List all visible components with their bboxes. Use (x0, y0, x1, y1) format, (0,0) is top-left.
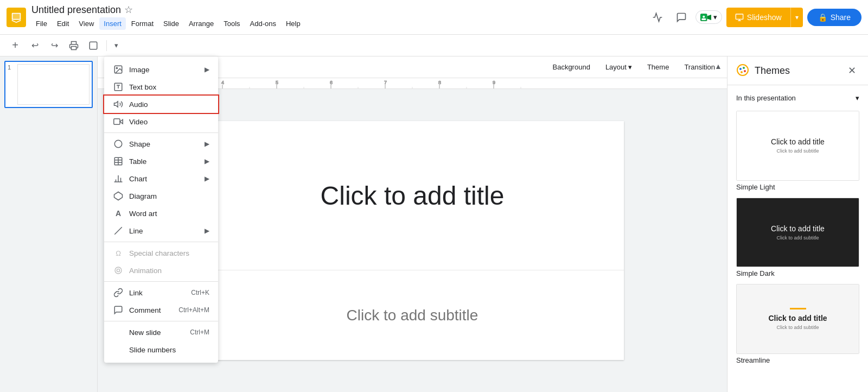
svg-point-41 (743, 67, 745, 69)
meet-button[interactable]: ▾ (695, 10, 722, 24)
svg-point-45 (116, 67, 117, 68)
menu-section-extras: Ω Special characters Animation (104, 242, 218, 282)
themes-close-button[interactable]: ✕ (844, 63, 859, 78)
svg-text:8: 8 (438, 80, 441, 85)
menu-item-image[interactable]: Image ▶ (104, 61, 218, 78)
collapse-button[interactable]: ▲ (710, 56, 727, 76)
menu-bar: File Edit View Insert Format Slide Arran… (31, 17, 648, 30)
layout-button[interactable]: Layout ▾ (600, 61, 637, 73)
menu-item-audio[interactable]: Audio (104, 96, 218, 113)
slide-title-text[interactable]: Click to add title (321, 181, 505, 211)
slide: Click to add title Click to add subtitle (201, 121, 624, 360)
menu-item-wordart[interactable]: A Word art (104, 205, 218, 222)
menu-slide[interactable]: Slide (159, 17, 183, 30)
slide-subtitle-area[interactable]: Click to add subtitle (201, 270, 624, 360)
add-button[interactable]: + (7, 37, 24, 54)
redo-button[interactable]: ↪ (46, 37, 63, 54)
image-icon (113, 64, 124, 75)
menu-addons[interactable]: Add-ons (246, 17, 280, 30)
themes-palette-icon (736, 64, 749, 78)
themes-content: In this presentation ▾ Click to add titl… (727, 85, 868, 392)
textbox-icon (113, 81, 124, 92)
cursor-button[interactable] (85, 37, 102, 54)
svg-point-64 (115, 267, 122, 274)
insert-menu: Image ▶ Text box Audio (104, 56, 218, 363)
menu-item-special-chars: Ω Special characters (104, 244, 218, 262)
theme-button[interactable]: Theme (642, 61, 674, 73)
menu-format[interactable]: Format (127, 17, 158, 30)
secondary-toolbar: + ↩ ↪ ▾ (0, 35, 868, 56)
app-icon (7, 8, 26, 27)
svg-marker-50 (120, 119, 123, 124)
theme-name-simple-light: Simple Light (736, 183, 859, 191)
slideshow-arrow[interactable]: ▾ (791, 9, 803, 26)
activity-icon[interactable] (648, 8, 667, 27)
svg-marker-61 (114, 192, 123, 200)
menu-item-shape[interactable]: Shape ▶ (104, 135, 218, 153)
menu-item-new-slide[interactable]: New slide Ctrl+M (104, 324, 218, 341)
in-this-presentation[interactable]: In this presentation ▾ (736, 92, 859, 104)
theme-preview-simple-dark: Click to add title Click to add subtitle (736, 198, 859, 268)
svg-point-52 (114, 140, 122, 148)
menu-item-video[interactable]: Video (104, 113, 218, 130)
menu-help[interactable]: Help (282, 17, 305, 30)
svg-point-43 (741, 71, 743, 73)
slideshow-main[interactable]: Slideshow (726, 9, 790, 26)
background-button[interactable]: Background (547, 61, 595, 73)
menu-view[interactable]: View (74, 17, 98, 30)
chart-icon (113, 173, 124, 184)
menu-file[interactable]: File (31, 17, 52, 30)
theme-preview-simple-light: Click to add title Click to add subtitle (736, 111, 859, 181)
menu-tools[interactable]: Tools (219, 17, 244, 30)
menu-insert[interactable]: Insert (99, 17, 126, 30)
theme-card-simple-light[interactable]: Click to add title Click to add subtitle… (736, 111, 859, 191)
animation-icon (113, 265, 124, 276)
new-slide-icon (113, 327, 124, 338)
slide-preview-1 (17, 64, 90, 105)
print-button[interactable] (65, 37, 82, 54)
svg-text:5: 5 (276, 80, 278, 85)
comment-icon (113, 305, 124, 315)
menu-item-diagram[interactable]: Diagram (104, 187, 218, 205)
menu-section-shapes: Shape ▶ Table ▶ (104, 133, 218, 242)
menu-item-chart[interactable]: Chart ▶ (104, 170, 218, 187)
share-label: Share (831, 13, 851, 22)
title-text[interactable]: Untitled presentation (31, 4, 121, 16)
themes-panel: Themes ✕ In this presentation ▾ Click to… (727, 56, 868, 392)
svg-rect-3 (13, 14, 20, 18)
svg-text:9: 9 (493, 80, 495, 85)
title-area: Untitled presentation ☆ File Edit View I… (31, 4, 648, 30)
audio-icon (113, 99, 124, 110)
menu-item-textbox[interactable]: Text box (104, 78, 218, 96)
slide-numbers-icon (113, 344, 124, 355)
slideshow-button[interactable]: Slideshow ▾ (726, 8, 803, 27)
undo-button[interactable]: ↩ (26, 37, 43, 54)
menu-item-table[interactable]: Table ▶ (104, 153, 218, 170)
menu-arrange[interactable]: Arrange (184, 17, 218, 30)
slide-thumb-1[interactable]: 1 (4, 61, 93, 108)
svg-rect-9 (736, 14, 743, 19)
theme-card-streamline[interactable]: Click to add title Click to add subtitle… (736, 284, 859, 364)
slide-title-area[interactable]: Click to add title (201, 121, 624, 270)
menu-item-line[interactable]: Line ▶ (104, 222, 218, 239)
menu-item-link[interactable]: Link Ctrl+K (104, 284, 218, 301)
svg-rect-8 (701, 18, 706, 20)
video-icon (113, 116, 124, 127)
zoom-dropdown[interactable]: ▾ (111, 37, 122, 54)
menu-item-comment[interactable]: Comment Ctrl+Alt+M (104, 301, 218, 319)
star-icon[interactable]: ☆ (124, 4, 133, 16)
theme-card-simple-dark[interactable]: Click to add title Click to add subtitle… (736, 198, 859, 278)
svg-text:6: 6 (330, 80, 333, 85)
slide-subtitle-text[interactable]: Click to add subtitle (347, 307, 478, 324)
menu-item-slide-numbers[interactable]: Slide numbers (104, 341, 218, 358)
svg-point-7 (703, 15, 705, 17)
slide-number-1: 1 (8, 64, 14, 71)
comments-icon[interactable] (672, 8, 691, 27)
svg-point-39 (737, 65, 748, 75)
themes-title: Themes (755, 65, 839, 77)
share-button[interactable]: 🔒 Share (807, 9, 861, 26)
diagram-icon (113, 191, 124, 201)
menu-edit[interactable]: Edit (53, 17, 73, 30)
presentation-title: Untitled presentation ☆ (31, 4, 648, 16)
theme-name-streamline: Streamline (736, 356, 859, 364)
